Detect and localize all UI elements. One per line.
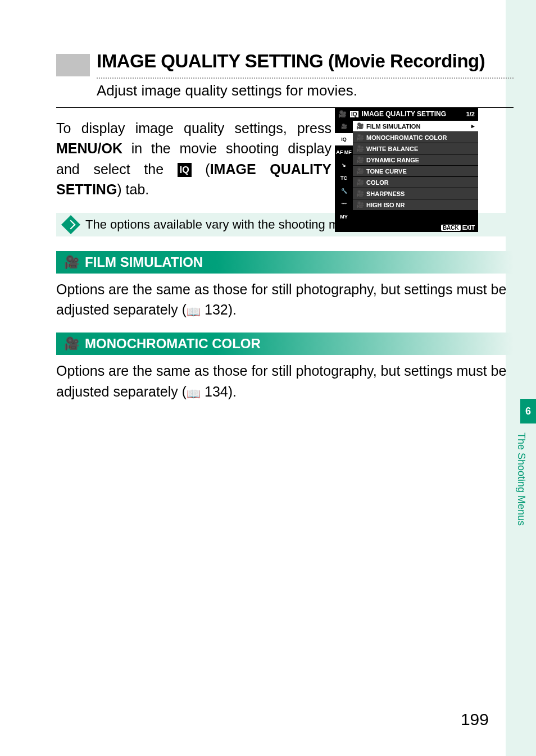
menu-item: 🎥COLOR (353, 176, 478, 188)
intro-text: ) tab. (117, 181, 149, 197)
movie-icon: 🎥 (338, 110, 347, 118)
menu-tab: 🎥 (335, 120, 353, 133)
menu-header-title: IMAGE QUALITY SETTING (362, 110, 446, 118)
heading-underline (97, 78, 514, 79)
menu-tab: 🔧 (335, 185, 353, 198)
menu-item: 🎥SHARPNESS (353, 188, 478, 199)
menu-item: 🎥DYNAMIC RANGE (353, 154, 478, 165)
intro-paragraph: To display image quality settings, press… (56, 118, 331, 199)
movie-icon: 🎥 (64, 336, 79, 351)
menu-tab: ↘ (335, 159, 353, 172)
menu-tab-selected: IQ (335, 133, 353, 146)
menu-item: 🎥HIGH ISO NR (353, 199, 478, 210)
page-subtitle: Adjust image quality settings for movies… (97, 82, 514, 99)
menu-item-list: 🎥FILM SIMULATION▸ 🎥MONOCHROMATIC COLOR 🎥… (353, 120, 478, 224)
page-ref-icon: 📖 (187, 388, 201, 400)
menu-item: 🎥MONOCHROMATIC COLOR (353, 131, 478, 143)
menu-tab: AF MF (335, 146, 353, 159)
iq-badge-icon: IQ (178, 163, 192, 177)
page-ref: 134 (205, 384, 228, 399)
section-title: MONOCHROMATIC COLOR (85, 336, 261, 352)
page-title: IMAGE QUALITY SETTING (Movie Recording) (97, 51, 514, 72)
menu-tab: 〰 (335, 198, 353, 211)
page-ref: 132 (205, 302, 228, 317)
heading-color-block (56, 54, 90, 76)
note-diamond-icon (61, 215, 80, 234)
iq-header-icon: IQ (350, 111, 358, 117)
section-title: FILM SIMULATION (85, 254, 203, 270)
intro-text: ( (192, 161, 210, 177)
menu-tab-strip: 🎥 IQ AF MF ↘ TC 🔧 〰 MY (335, 120, 353, 224)
menu-item: 🎥WHITE BALANCE (353, 143, 478, 154)
section-body: Options are the same as those for still … (56, 361, 514, 402)
section-bar-film-simulation: 🎥 FILM SIMULATION (56, 251, 514, 274)
section-body: Options are the same as those for still … (56, 279, 514, 320)
menu-item: 🎥TONE CURVE (353, 165, 478, 176)
page-ref-icon: 📖 (187, 306, 201, 318)
menu-item-selected: 🎥FILM SIMULATION▸ (353, 120, 478, 131)
movie-icon: 🎥 (64, 255, 79, 270)
back-badge: BACK (441, 225, 461, 231)
camera-menu-screenshot: 🎥 IQ IMAGE QUALITY SETTING 1/2 🎥 IQ AF M… (335, 108, 478, 232)
menu-footer: BACKEXIT (335, 224, 478, 232)
menu-ok-key: MENU/OK (56, 140, 122, 156)
menu-tab: MY (335, 211, 353, 224)
menu-pager: 1/2 (466, 111, 475, 117)
exit-label: EXIT (462, 225, 475, 231)
intro-text: To display image quality settings, press (56, 120, 331, 136)
section-bar-monochromatic-color: 🎥 MONOCHROMATIC COLOR (56, 333, 514, 355)
menu-tab: TC (335, 172, 353, 185)
